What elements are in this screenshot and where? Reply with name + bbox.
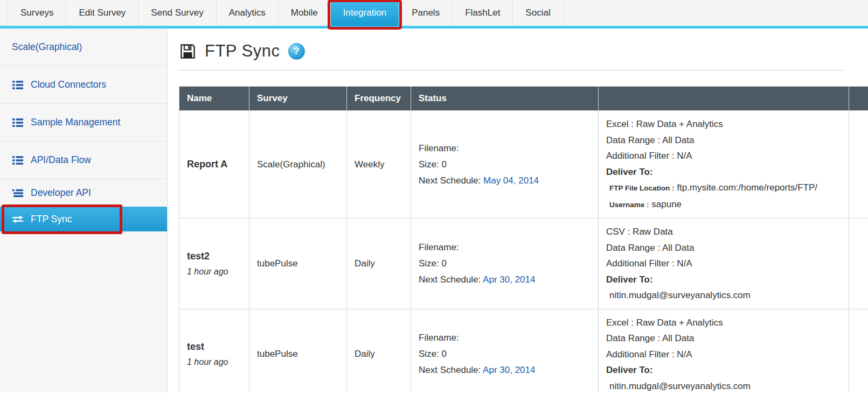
table-row: Report A Scale(Graphical) Weekly Filenam… <box>179 111 868 218</box>
detail-additional-filter: Additional Filter : N/A <box>606 347 841 363</box>
cell-status: Filename: Size: 0 Next Schedule: Apr 30,… <box>411 309 599 392</box>
sidebar-item-label: API/Data Flow <box>31 154 91 166</box>
tab-mobile[interactable]: Mobile <box>279 0 331 26</box>
tab-integration[interactable]: Integration <box>331 0 399 26</box>
sidebar-item-label: FTP Sync <box>31 214 72 225</box>
row-name: Report A <box>187 159 227 170</box>
sidebar-item-label: Developer API <box>31 187 91 199</box>
status-size: Size: 0 <box>419 256 591 272</box>
tab-flashlet[interactable]: FlashLet <box>453 0 513 26</box>
cell-frequency: Daily <box>347 309 411 392</box>
detail-additional-filter: Additional Filter : N/A <box>606 148 841 164</box>
row-age: 1 hour ago <box>187 267 241 277</box>
ftp-location-value: ftp.mysite.com:/home/reports/FTP/ <box>677 182 817 193</box>
detail-deliver-to: Deliver To: <box>606 164 841 180</box>
save-floppy-icon <box>179 43 197 60</box>
next-schedule-label: Next Schedule: <box>419 274 481 285</box>
sidebar-item-scale-graphical[interactable]: Scale(Graphical) <box>0 29 167 66</box>
cell-survey: tubePulse <box>249 309 347 392</box>
column-header-status: Status <box>411 87 599 111</box>
cell-frequency: Daily <box>347 218 411 309</box>
tab-panels[interactable]: Panels <box>399 0 453 26</box>
column-header-extra <box>849 87 868 111</box>
ftp-sync-table: Name Survey Frequency Status Report A Sc… <box>179 86 868 392</box>
sidebar-item-label: Sample Management <box>31 117 120 128</box>
title-divider <box>179 70 843 70</box>
cell-survey: Scale(Graphical) <box>249 111 347 218</box>
table-row: test2 1 hour ago tubePulse Daily Filenam… <box>179 218 868 309</box>
cell-name: test2 1 hour ago <box>179 218 249 309</box>
detail-format: Excel : Raw Data + Analytics <box>606 315 841 331</box>
page-header: FTP Sync ? <box>179 41 868 61</box>
cell-survey: tubePulse <box>249 218 347 309</box>
tab-send-survey[interactable]: Send Survey <box>138 0 216 26</box>
cell-name: Report A <box>179 111 249 218</box>
table-header-row: Name Survey Frequency Status <box>179 87 868 111</box>
detail-format: Excel : Raw Data + Analytics <box>606 116 841 132</box>
detail-format: CSV : Raw Data <box>606 224 841 240</box>
status-size: Size: 0 <box>419 346 591 362</box>
cell-extra <box>849 309 868 392</box>
row-age: 1 hour ago <box>187 357 241 367</box>
column-header-frequency: Frequency <box>347 87 411 111</box>
sync-arrows-icon <box>12 215 24 223</box>
tab-label: Edit Survey <box>79 8 126 18</box>
cell-details: Excel : Raw Data + Analytics Data Range … <box>599 111 849 218</box>
cell-extra <box>849 111 868 218</box>
next-schedule-date-link[interactable]: Apr 30, 2014 <box>483 365 535 375</box>
detail-additional-filter: Additional Filter : N/A <box>606 256 841 272</box>
status-next-schedule: Next Schedule: Apr 30, 2014 <box>419 272 591 288</box>
detail-deliver-to: Deliver To: <box>606 362 841 378</box>
status-filename: Filename: <box>419 330 591 346</box>
sidebar-item-cloud-connectors[interactable]: Cloud Connectors <box>0 66 167 104</box>
tab-analytics[interactable]: Analytics <box>217 0 279 26</box>
indent-list-icon <box>12 189 24 198</box>
status-filename: Filename: <box>419 239 591 256</box>
list-icon <box>12 156 24 165</box>
top-navigation: Surveys Edit Survey Send Survey Analytic… <box>0 0 868 29</box>
next-schedule-date-link[interactable]: Apr 30, 2014 <box>483 274 535 285</box>
tab-label: Panels <box>412 8 440 18</box>
cell-name: test 1 hour ago <box>179 309 249 392</box>
sidebar-item-api-data-flow[interactable]: API/Data Flow <box>0 142 167 179</box>
sidebar-item-developer-api[interactable]: Developer API <box>0 179 167 207</box>
tab-surveys[interactable]: Surveys <box>8 0 66 26</box>
status-size: Size: 0 <box>419 157 591 173</box>
detail-deliver-to: Deliver To: <box>606 272 841 288</box>
row-name: test2 <box>187 251 210 262</box>
sidebar-item-ftp-sync[interactable]: FTP Sync <box>0 207 167 231</box>
status-next-schedule: Next Schedule: Apr 30, 2014 <box>419 362 591 378</box>
cell-frequency: Weekly <box>347 111 411 218</box>
main-content: FTP Sync ? Name Survey Frequency Status <box>168 29 868 392</box>
username-value: sapune <box>651 199 682 209</box>
detail-data-range: Data Range : All Data <box>606 240 841 256</box>
tab-label: FlashLet <box>465 8 500 18</box>
detail-deliver-email: nitin.mudgal@surveyanalytics.com <box>606 287 841 304</box>
help-icon[interactable]: ? <box>288 43 305 60</box>
sidebar-item-label: Cloud Connectors <box>31 79 106 90</box>
tab-label: Surveys <box>20 8 53 18</box>
tab-label: Integration <box>343 8 386 18</box>
tab-label: Mobile <box>291 8 318 18</box>
page-title: FTP Sync <box>205 41 280 61</box>
detail-username: Username : sapune <box>606 196 841 213</box>
cell-extra <box>849 218 868 309</box>
tab-label: Send Survey <box>151 8 203 18</box>
tab-edit-survey[interactable]: Edit Survey <box>66 0 138 26</box>
detail-data-range: Data Range : All Data <box>606 330 841 347</box>
cell-status: Filename: Size: 0 Next Schedule: Apr 30,… <box>411 218 599 309</box>
cell-status: Filename: Size: 0 Next Schedule: May 04,… <box>411 111 599 218</box>
ftp-location-label: FTP File Location : <box>609 184 675 192</box>
sidebar: Scale(Graphical) Cloud Connectors Sample… <box>0 29 168 392</box>
tab-social[interactable]: Social <box>513 0 563 26</box>
column-header-name: Name <box>179 87 249 111</box>
tab-label: Analytics <box>229 8 266 18</box>
sidebar-item-sample-management[interactable]: Sample Management <box>0 104 167 142</box>
cell-details: CSV : Raw Data Data Range : All Data Add… <box>599 218 849 309</box>
row-name: test <box>187 341 204 352</box>
next-schedule-date-link[interactable]: May 04, 2014 <box>483 175 539 186</box>
table-row: test 1 hour ago tubePulse Daily Filename… <box>179 309 868 392</box>
username-label: Username : <box>609 201 649 209</box>
column-header-details <box>599 87 849 111</box>
cell-details: Excel : Raw Data + Analytics Data Range … <box>599 309 849 392</box>
